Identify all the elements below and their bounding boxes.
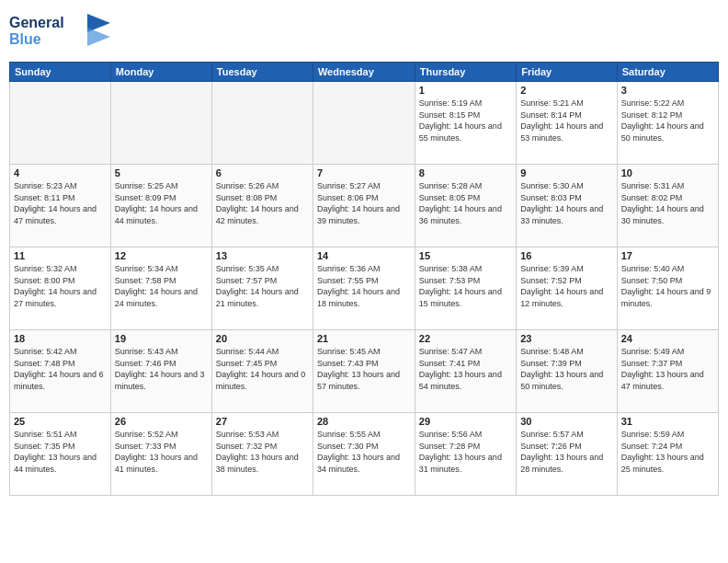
- day-number: 1: [419, 85, 512, 96]
- day-info: Sunrise: 5:22 AMSunset: 8:12 PMDaylight:…: [621, 98, 714, 144]
- day-number: 18: [14, 333, 107, 344]
- day-cell-3: 3Sunrise: 5:22 AMSunset: 8:12 PMDaylight…: [617, 82, 718, 165]
- day-cell-8: 8Sunrise: 5:28 AMSunset: 8:05 PMDaylight…: [415, 165, 516, 247]
- weekday-header-friday: Friday: [517, 63, 618, 82]
- day-info: Sunrise: 5:30 AMSunset: 8:03 PMDaylight:…: [520, 180, 613, 226]
- day-info: Sunrise: 5:48 AMSunset: 7:39 PMDaylight:…: [520, 346, 613, 392]
- day-info: Sunrise: 5:44 AMSunset: 7:45 PMDaylight:…: [216, 346, 309, 392]
- day-info: Sunrise: 5:21 AMSunset: 8:14 PMDaylight:…: [520, 98, 613, 144]
- day-number: 27: [216, 416, 309, 427]
- weekday-header-sunday: Sunday: [10, 63, 111, 82]
- day-number: 21: [317, 333, 411, 344]
- day-cell-7: 7Sunrise: 5:27 AMSunset: 8:06 PMDaylight…: [313, 165, 415, 247]
- day-info: Sunrise: 5:25 AMSunset: 8:09 PMDaylight:…: [115, 180, 208, 226]
- empty-cell: [10, 82, 111, 165]
- calendar-week-1: 1Sunrise: 5:19 AMSunset: 8:15 PMDaylight…: [10, 82, 719, 165]
- day-number: 25: [14, 416, 107, 427]
- day-cell-15: 15Sunrise: 5:38 AMSunset: 7:53 PMDayligh…: [415, 247, 516, 330]
- day-info: Sunrise: 5:35 AMSunset: 7:57 PMDaylight:…: [216, 263, 309, 309]
- day-number: 28: [317, 416, 411, 427]
- day-info: Sunrise: 5:36 AMSunset: 7:55 PMDaylight:…: [317, 263, 411, 309]
- day-info: Sunrise: 5:27 AMSunset: 8:06 PMDaylight:…: [317, 180, 411, 226]
- day-cell-25: 25Sunrise: 5:51 AMSunset: 7:35 PMDayligh…: [10, 413, 111, 496]
- day-number: 6: [216, 167, 309, 178]
- weekday-header-row: SundayMondayTuesdayWednesdayThursdayFrid…: [10, 63, 719, 82]
- weekday-header-tuesday: Tuesday: [211, 63, 313, 82]
- day-number: 30: [520, 416, 613, 427]
- day-info: Sunrise: 5:56 AMSunset: 7:28 PMDaylight:…: [419, 429, 512, 475]
- svg-text:General: General: [9, 15, 64, 30]
- day-cell-22: 22Sunrise: 5:47 AMSunset: 7:41 PMDayligh…: [415, 330, 516, 413]
- day-number: 29: [419, 416, 512, 427]
- day-number: 31: [621, 416, 714, 427]
- main-container: General Blue SundayMondayTuesdayWednesda…: [0, 0, 728, 563]
- weekday-header-thursday: Thursday: [415, 63, 516, 82]
- day-cell-21: 21Sunrise: 5:45 AMSunset: 7:43 PMDayligh…: [313, 330, 415, 413]
- day-number: 3: [621, 85, 714, 96]
- day-cell-4: 4Sunrise: 5:23 AMSunset: 8:11 PMDaylight…: [10, 165, 111, 247]
- day-info: Sunrise: 5:26 AMSunset: 8:08 PMDaylight:…: [216, 180, 309, 226]
- day-number: 17: [621, 250, 714, 261]
- day-cell-10: 10Sunrise: 5:31 AMSunset: 8:02 PMDayligh…: [617, 165, 718, 247]
- day-cell-24: 24Sunrise: 5:49 AMSunset: 7:37 PMDayligh…: [617, 330, 718, 413]
- day-cell-20: 20Sunrise: 5:44 AMSunset: 7:45 PMDayligh…: [211, 330, 313, 413]
- day-number: 22: [419, 333, 512, 344]
- day-cell-27: 27Sunrise: 5:53 AMSunset: 7:32 PMDayligh…: [211, 413, 313, 496]
- day-info: Sunrise: 5:52 AMSunset: 7:33 PMDaylight:…: [115, 429, 208, 475]
- day-cell-23: 23Sunrise: 5:48 AMSunset: 7:39 PMDayligh…: [517, 330, 618, 413]
- day-cell-29: 29Sunrise: 5:56 AMSunset: 7:28 PMDayligh…: [415, 413, 516, 496]
- day-number: 15: [419, 250, 512, 261]
- day-cell-11: 11Sunrise: 5:32 AMSunset: 8:00 PMDayligh…: [10, 247, 111, 330]
- day-number: 26: [115, 416, 208, 427]
- day-info: Sunrise: 5:40 AMSunset: 7:50 PMDaylight:…: [621, 263, 714, 309]
- day-info: Sunrise: 5:34 AMSunset: 7:58 PMDaylight:…: [115, 263, 208, 309]
- day-cell-14: 14Sunrise: 5:36 AMSunset: 7:55 PMDayligh…: [313, 247, 415, 330]
- day-number: 11: [14, 250, 107, 261]
- day-number: 9: [520, 167, 613, 178]
- day-info: Sunrise: 5:31 AMSunset: 8:02 PMDaylight:…: [621, 180, 714, 226]
- day-info: Sunrise: 5:51 AMSunset: 7:35 PMDaylight:…: [14, 429, 107, 475]
- day-info: Sunrise: 5:38 AMSunset: 7:53 PMDaylight:…: [419, 263, 512, 309]
- day-info: Sunrise: 5:23 AMSunset: 8:11 PMDaylight:…: [14, 180, 107, 226]
- day-info: Sunrise: 5:49 AMSunset: 7:37 PMDaylight:…: [621, 346, 714, 392]
- calendar-week-2: 4Sunrise: 5:23 AMSunset: 8:11 PMDaylight…: [10, 165, 719, 247]
- day-info: Sunrise: 5:32 AMSunset: 8:00 PMDaylight:…: [14, 263, 107, 309]
- day-info: Sunrise: 5:43 AMSunset: 7:46 PMDaylight:…: [115, 346, 208, 392]
- day-number: 14: [317, 250, 411, 261]
- day-cell-18: 18Sunrise: 5:42 AMSunset: 7:48 PMDayligh…: [10, 330, 111, 413]
- svg-marker-3: [87, 28, 110, 46]
- day-info: Sunrise: 5:45 AMSunset: 7:43 PMDaylight:…: [317, 346, 411, 392]
- day-cell-13: 13Sunrise: 5:35 AMSunset: 7:57 PMDayligh…: [211, 247, 313, 330]
- day-cell-26: 26Sunrise: 5:52 AMSunset: 7:33 PMDayligh…: [110, 413, 211, 496]
- day-number: 8: [419, 167, 512, 178]
- day-cell-17: 17Sunrise: 5:40 AMSunset: 7:50 PMDayligh…: [617, 247, 718, 330]
- day-cell-16: 16Sunrise: 5:39 AMSunset: 7:52 PMDayligh…: [517, 247, 618, 330]
- day-number: 19: [115, 333, 208, 344]
- calendar-week-5: 25Sunrise: 5:51 AMSunset: 7:35 PMDayligh…: [10, 413, 719, 496]
- day-info: Sunrise: 5:47 AMSunset: 7:41 PMDaylight:…: [419, 346, 512, 392]
- day-info: Sunrise: 5:59 AMSunset: 7:24 PMDaylight:…: [621, 429, 714, 475]
- day-cell-28: 28Sunrise: 5:55 AMSunset: 7:30 PMDayligh…: [313, 413, 415, 496]
- empty-cell: [313, 82, 415, 165]
- calendar-week-4: 18Sunrise: 5:42 AMSunset: 7:48 PMDayligh…: [10, 330, 719, 413]
- day-cell-31: 31Sunrise: 5:59 AMSunset: 7:24 PMDayligh…: [617, 413, 718, 496]
- day-info: Sunrise: 5:19 AMSunset: 8:15 PMDaylight:…: [419, 98, 512, 144]
- day-cell-30: 30Sunrise: 5:57 AMSunset: 7:26 PMDayligh…: [517, 413, 618, 496]
- weekday-header-saturday: Saturday: [617, 63, 718, 82]
- day-info: Sunrise: 5:53 AMSunset: 7:32 PMDaylight:…: [216, 429, 309, 475]
- calendar-table: SundayMondayTuesdayWednesdayThursdayFrid…: [9, 62, 719, 496]
- day-cell-6: 6Sunrise: 5:26 AMSunset: 8:08 PMDaylight…: [211, 165, 313, 247]
- day-info: Sunrise: 5:39 AMSunset: 7:52 PMDaylight:…: [520, 263, 613, 309]
- day-number: 12: [115, 250, 208, 261]
- day-number: 10: [621, 167, 714, 178]
- day-cell-9: 9Sunrise: 5:30 AMSunset: 8:03 PMDaylight…: [517, 165, 618, 247]
- day-number: 16: [520, 250, 613, 261]
- svg-text:Blue: Blue: [9, 31, 41, 47]
- day-number: 20: [216, 333, 309, 344]
- calendar-week-3: 11Sunrise: 5:32 AMSunset: 8:00 PMDayligh…: [10, 247, 719, 330]
- weekday-header-monday: Monday: [110, 63, 211, 82]
- day-number: 4: [14, 167, 107, 178]
- day-info: Sunrise: 5:28 AMSunset: 8:05 PMDaylight:…: [419, 180, 512, 226]
- logo: General Blue: [9, 9, 110, 54]
- day-cell-12: 12Sunrise: 5:34 AMSunset: 7:58 PMDayligh…: [110, 247, 211, 330]
